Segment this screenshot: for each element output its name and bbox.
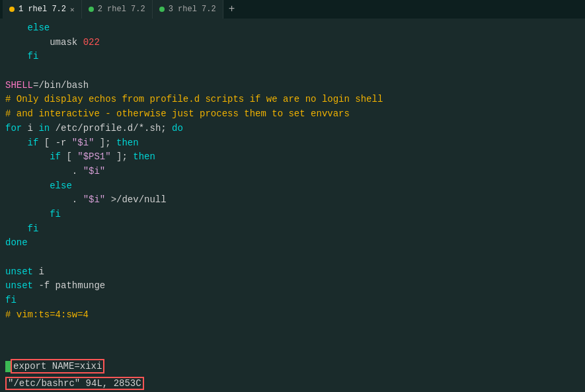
code-line: if [ -r "$i" ]; then — [0, 136, 585, 151]
tab-1[interactable]: 1 rhel 7.2 ✕ — [3, 0, 82, 19]
code-token: fi — [28, 50, 39, 64]
code-line: # and interactive - otherwise just proce… — [0, 107, 585, 122]
code-token: fi — [28, 222, 39, 237]
status-text: "/etc/bashrc" 94L, 2853C — [5, 377, 144, 390]
code-token: if — [50, 150, 61, 165]
code-token: SHELL — [5, 79, 33, 93]
code-line: unset -f pathmunge — [0, 279, 585, 294]
code-token — [5, 150, 50, 165]
code-token: then — [133, 150, 155, 165]
code-line: unset i — [0, 265, 585, 280]
code-token: ]; — [111, 150, 134, 165]
code-token: = — [33, 79, 38, 93]
code-token: else — [50, 179, 72, 194]
code-line: . "$i" >/dev/null — [0, 193, 585, 208]
command-line: export NAME=xixi — [0, 358, 585, 375]
code-line — [0, 64, 585, 79]
code-token: then — [116, 136, 139, 151]
code-token: unset — [5, 265, 33, 280]
code-token: /bin/bash — [38, 79, 89, 93]
code-token: -f pathmunge — [33, 279, 105, 294]
code-line — [0, 251, 585, 265]
code-token: else — [28, 21, 50, 36]
tab-bar: 1 rhel 7.2 ✕ 2 rhel 7.2 3 rhel 7.2 + — [0, 0, 585, 19]
code-line: fi — [0, 294, 585, 308]
code-token: [ — [61, 150, 77, 165]
code-token: umask — [5, 36, 83, 50]
code-token: done — [5, 236, 28, 251]
code-token: # and interactive - otherwise just proce… — [5, 107, 350, 122]
code-token: "$PS1" — [77, 150, 110, 165]
code-token: "$i" — [83, 193, 106, 208]
code-line: else — [0, 21, 585, 36]
code-token: 022 — [83, 36, 100, 50]
tab-3-label: 3 rhel 7.2 — [169, 5, 216, 14]
tab-2[interactable]: 2 rhel 7.2 — [82, 0, 153, 19]
code-token — [5, 208, 50, 222]
code-token: /etc/profile.d/*.sh; — [50, 122, 172, 136]
cursor-block — [5, 361, 11, 372]
code-token — [5, 136, 28, 151]
code-token: unset — [5, 279, 33, 294]
code-token: >/dev/null — [105, 193, 166, 208]
tab-1-dot — [9, 7, 15, 12]
code-token — [5, 179, 50, 194]
code-line: fi — [0, 222, 585, 237]
bottom-area: export NAME=xixi "/etc/bashrc" 94L, 2853… — [0, 358, 585, 392]
code-line: fi — [0, 208, 585, 222]
code-line: done — [0, 236, 585, 251]
code-token: in — [38, 122, 50, 136]
tab-2-dot — [89, 7, 94, 12]
code-token: do — [172, 122, 183, 136]
code-token: [ -r — [38, 136, 71, 151]
code-token: . — [5, 165, 83, 179]
status-line: "/etc/bashrc" 94L, 2853C — [0, 375, 585, 392]
code-token: "$i" — [83, 165, 106, 179]
tab-1-close[interactable]: ✕ — [70, 5, 75, 14]
tab-3-dot — [159, 7, 165, 12]
code-token — [5, 222, 28, 237]
code-editor: else umask 022 fi SHELL=/bin/bash# Only … — [0, 19, 585, 358]
code-token: fi — [5, 294, 17, 308]
code-token: "$i" — [72, 136, 95, 151]
code-line: # vim:ts=4:sw=4 — [0, 308, 585, 323]
code-token — [5, 21, 28, 36]
code-line: umask 022 — [0, 36, 585, 50]
code-line: . "$i" — [0, 165, 585, 179]
tab-1-label: 1 rhel 7.2 — [19, 5, 66, 14]
code-token: # Only display echos from profile.d scri… — [5, 93, 383, 107]
code-token: for — [5, 122, 22, 136]
code-token: . — [5, 193, 83, 208]
code-token: i — [22, 122, 38, 136]
code-line: else — [0, 179, 585, 194]
code-line: SHELL=/bin/bash — [0, 79, 585, 93]
code-token: # vim:ts=4:sw=4 — [5, 308, 89, 323]
add-tab-button[interactable]: + — [223, 0, 241, 19]
code-line: if [ "$PS1" ]; then — [0, 150, 585, 165]
code-line: # Only display echos from profile.d scri… — [0, 93, 585, 107]
tab-3[interactable]: 3 rhel 7.2 — [153, 0, 223, 19]
code-token: ]; — [94, 136, 116, 151]
code-token: if — [28, 136, 39, 151]
command-text: export NAME=xixi — [11, 359, 104, 373]
code-line: fi — [0, 50, 585, 64]
code-token: i — [33, 265, 44, 280]
tab-2-label: 2 rhel 7.2 — [98, 5, 145, 14]
code-token — [5, 50, 28, 64]
code-token: fi — [50, 208, 61, 222]
code-line: for i in /etc/profile.d/*.sh; do — [0, 122, 585, 136]
